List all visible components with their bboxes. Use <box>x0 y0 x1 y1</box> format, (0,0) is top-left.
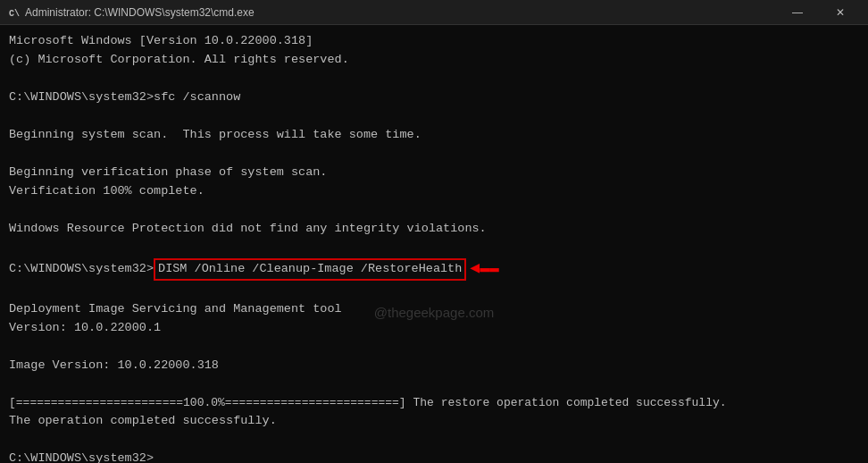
line-deployment-1: Deployment Image Servicing and Managemen… <box>9 300 859 319</box>
terminal-body: Microsoft Windows [Version 10.0.22000.31… <box>0 25 868 463</box>
line-sfc: C:\WINDOWS\system32>sfc /scannow <box>9 88 859 107</box>
empty-2 <box>9 107 859 126</box>
empty-5 <box>9 238 859 257</box>
minimize-button[interactable]: — <box>777 0 818 25</box>
empty-6 <box>9 282 859 300</box>
empty-8 <box>9 375 859 394</box>
empty-9 <box>9 431 859 450</box>
arrow-icon: ◀▬▬ <box>470 257 498 282</box>
line-2: (c) Microsoft Corporation. All rights re… <box>9 51 859 70</box>
line-1: Microsoft Windows [Version 10.0.22000.31… <box>9 32 859 51</box>
window: C\ Administrator: C:\WINDOWS\system32\cm… <box>0 0 868 463</box>
title-bar: C\ Administrator: C:\WINDOWS\system32\cm… <box>0 0 868 25</box>
line-deployment-2: Version: 10.0.22000.1 <box>9 319 859 338</box>
line-progress: [========================100.0%=========… <box>9 394 859 412</box>
line-protection: Windows Resource Protection did not find… <box>9 220 859 239</box>
title-bar-left: C\ Administrator: C:\WINDOWS\system32\cm… <box>7 6 255 19</box>
empty-3 <box>9 145 859 164</box>
dism-command-highlight: DISM /Online /Cleanup-Image /RestoreHeal… <box>154 258 466 281</box>
title-bar-controls: — ✕ <box>777 0 861 25</box>
line-verification-2: Verification 100% complete. <box>9 182 859 201</box>
line-image-version: Image Version: 10.0.22000.318 <box>9 357 859 375</box>
empty-7 <box>9 338 859 357</box>
line-verification-1: Beginning verification phase of system s… <box>9 164 859 182</box>
line-dism-command: C:\WINDOWS\system32>DISM /Online /Cleanu… <box>9 257 859 282</box>
empty-1 <box>9 70 859 88</box>
line-completed: The operation completed successfully. <box>9 412 859 431</box>
svg-text:C\: C\ <box>9 9 20 19</box>
line-beginning-scan: Beginning system scan. This process will… <box>9 126 859 145</box>
close-button[interactable]: ✕ <box>820 0 861 25</box>
window-title: Administrator: C:\WINDOWS\system32\cmd.e… <box>25 6 255 19</box>
line-final-prompt: C:\WINDOWS\system32> <box>9 450 859 463</box>
empty-4 <box>9 201 859 220</box>
dism-prompt: C:\WINDOWS\system32> <box>9 260 154 279</box>
cmd-icon: C\ <box>7 6 20 19</box>
